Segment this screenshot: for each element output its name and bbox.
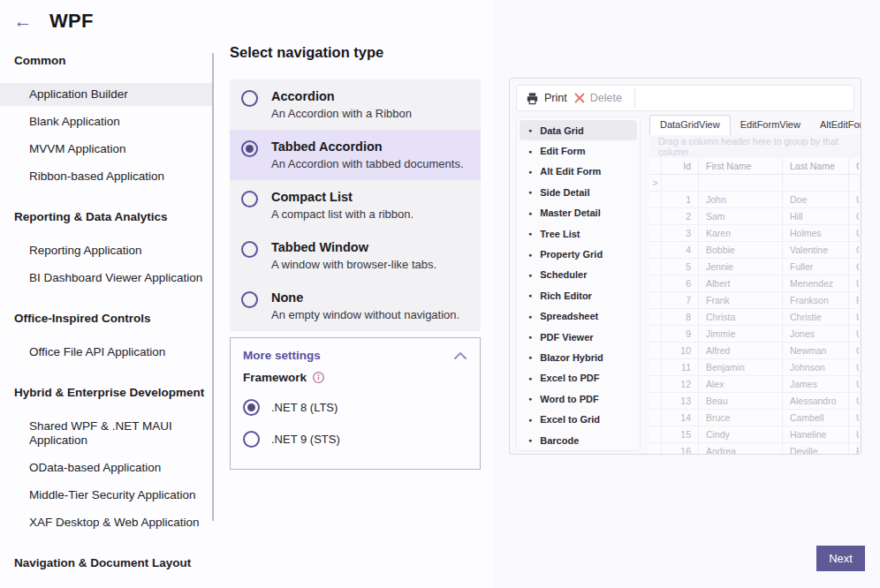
framework-option[interactable]: .NET 8 (LTS): [243, 399, 467, 416]
nav-type-option[interactable]: Tabbed WindowA window with browser-like …: [230, 230, 481, 281]
grid-cell: 14: [662, 410, 699, 426]
preview-nav-item: ●Side Detail: [520, 182, 637, 202]
preview-nav-label: Property Grid: [540, 249, 603, 260]
nav-type-option[interactable]: Tabbed AccordionAn Accordion with tabbed…: [230, 130, 481, 180]
option-description: A compact list with a ribbon.: [271, 207, 413, 222]
radio-icon[interactable]: [243, 399, 260, 416]
grid-cell: Christie: [783, 309, 849, 325]
delete-x-icon: [574, 93, 585, 103]
grid-cell: [662, 175, 699, 191]
radio-icon[interactable]: [243, 431, 260, 448]
preview-tab: EditFormView: [731, 116, 810, 135]
grid-cell: John: [699, 192, 783, 207]
nav-type-option[interactable]: NoneAn empty window without navigation.: [230, 281, 481, 331]
grid-cell: Valentine: [783, 242, 849, 258]
bullet-icon: ●: [528, 169, 532, 175]
sidebar-item[interactable]: Application Builder: [0, 83, 212, 106]
option-description: An Accordion with tabbed documents.: [271, 156, 464, 172]
next-button[interactable]: Next: [816, 546, 865, 571]
preview-nav-label: Barcode: [540, 435, 579, 446]
sidebar-item[interactable]: Office File API Application: [0, 341, 212, 364]
grid-data-row: 4BobbieValentineG: [649, 242, 859, 259]
bullet-icon: ●: [528, 127, 532, 133]
grid-cell: [649, 225, 662, 241]
preview-nav-label: Blazor Hybrid: [540, 352, 603, 363]
preview-nav-item: ●Data Grid: [520, 120, 637, 140]
chevron-up-icon[interactable]: [453, 351, 467, 361]
info-icon[interactable]: [312, 371, 325, 384]
bullet-icon: ●: [528, 210, 532, 216]
bullet-icon: ●: [528, 334, 532, 340]
bullet-icon: ●: [528, 375, 532, 381]
grid-header-cell: Last Name: [783, 158, 849, 174]
grid-cell: 7: [662, 292, 699, 308]
sidebar-item[interactable]: BI Dashboard Viewer Application: [0, 267, 212, 290]
grid-cell: Karen: [699, 225, 783, 241]
sidebar-item[interactable]: Middle-Tier Security Application: [0, 484, 212, 507]
grid-data-row: 3KarenHolmesU: [649, 225, 859, 242]
bullet-icon: ●: [528, 417, 532, 423]
grid-data-row: 16AndreaDevilleF: [649, 443, 859, 454]
grid-cell: Jones: [783, 326, 849, 342]
sidebar-section-label: Common: [0, 53, 212, 69]
preview-nav-item: ●Property Grid: [520, 244, 637, 264]
radio-icon[interactable]: [241, 90, 258, 107]
grid-cell: Fuller: [783, 259, 849, 275]
preview-grid-area: Drag a column header here to group by th…: [649, 135, 859, 454]
grid-cell: 5: [662, 259, 699, 275]
grid-cell: Benjamin: [699, 359, 783, 375]
preview-nav-label: Tree List: [540, 229, 580, 239]
grid-data-row: 7FrankFranksonF: [649, 292, 859, 309]
grid-cell: U: [849, 359, 859, 375]
preview-nav-item: ●Scheduler: [520, 265, 637, 285]
preview-nav-label: PDF Viewer: [540, 332, 593, 343]
sidebar-item[interactable]: XAF Desktop & Web Application: [0, 511, 212, 534]
sidebar-item[interactable]: Blank Application: [0, 110, 212, 133]
framework-label: Framework: [243, 371, 307, 384]
grid-cell: 11: [662, 359, 699, 375]
bullet-icon: ●: [528, 148, 532, 155]
preview-nav-item: ●Spreadsheet: [520, 306, 637, 327]
bullet-icon: ●: [528, 292, 532, 298]
preview-nav-list: ●Data Grid●Edit Form●Alt Edit Form●Side …: [516, 117, 641, 451]
preview-print-button: Print: [526, 92, 567, 105]
radio-icon[interactable]: [241, 140, 258, 157]
sidebar-item[interactable]: OData-based Application: [0, 456, 212, 479]
grid-cell: 9: [662, 326, 699, 342]
grid-cell: [783, 175, 849, 191]
more-settings-panel: More settings Framework .NET 8 (LTS).NET…: [230, 337, 481, 470]
sidebar-item[interactable]: MVVM Application: [0, 138, 212, 161]
sidebar-item[interactable]: Reporting Application: [0, 239, 212, 262]
preview-nav-label: Excel to PDF: [540, 373, 599, 383]
grid-cell: G: [849, 208, 859, 224]
grid-cell: 6: [662, 275, 699, 291]
grid-cell: Bruce: [699, 410, 783, 426]
sidebar-item[interactable]: Ribbon-based Application: [0, 165, 212, 188]
framework-option[interactable]: .NET 9 (STS): [243, 431, 467, 448]
main-title: Select navigation type: [230, 44, 383, 61]
bullet-icon: ●: [528, 313, 532, 320]
preview-nav-item: ●Word to PDF: [520, 388, 637, 409]
grid-header-cell: [649, 158, 662, 174]
preview-nav-item: ●Excel to Grid: [520, 409, 637, 429]
grid-cell: 16: [662, 443, 699, 454]
option-title: Tabbed Accordion: [271, 138, 464, 155]
preview-nav-label: Word to PDF: [540, 394, 598, 404]
more-settings-header[interactable]: More settings: [243, 349, 467, 362]
left-arrow-icon: ←: [14, 11, 33, 32]
nav-type-option[interactable]: Compact ListA compact list with a ribbon…: [230, 180, 481, 230]
back-button[interactable]: ←: [11, 9, 35, 34]
radio-icon[interactable]: [241, 191, 258, 207]
radio-icon[interactable]: [241, 291, 258, 308]
sidebar-item[interactable]: Shared WPF & .NET MAUI Application: [0, 415, 212, 452]
grid-data-row: 2SamHillG: [649, 208, 859, 225]
nav-type-option[interactable]: AccordionAn Accordion with a Ribbon: [230, 79, 481, 130]
grid-data-row: 13BeauAlessandroU: [649, 393, 859, 410]
header: ← WPF: [11, 9, 94, 34]
preview-nav-label: Side Detail: [540, 187, 589, 198]
bullet-icon: ●: [528, 437, 532, 443]
radio-icon[interactable]: [241, 241, 258, 258]
preview-nav-item: ●Rich Editor: [520, 285, 637, 305]
grid-data-row: 15CindyHanelineU: [649, 426, 859, 443]
grid-cell: Beau: [699, 393, 783, 409]
